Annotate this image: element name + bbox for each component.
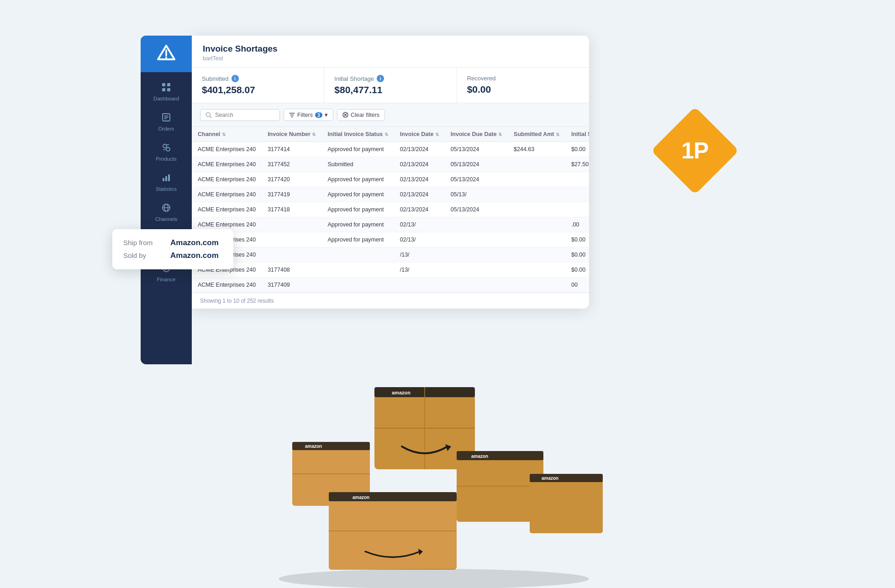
search-box[interactable] <box>200 109 280 121</box>
table-row[interactable]: ACME Enterprises 2403177452Submitted02/1… <box>192 157 589 172</box>
table-cell <box>262 247 321 262</box>
svg-rect-50 <box>329 492 457 501</box>
svg-text:amazon: amazon <box>471 454 488 459</box>
svg-rect-17 <box>168 174 170 181</box>
svg-rect-55 <box>530 474 603 482</box>
svg-point-57 <box>279 569 589 588</box>
sort-submitted-icon[interactable]: ⇅ <box>556 132 559 137</box>
table-row[interactable]: ACME Enterprises 240Approved for payment… <box>192 217 589 232</box>
badge-1p-text: 1P <box>681 139 708 162</box>
sidebar-item-statistics[interactable]: Statistics <box>141 165 192 195</box>
dashboard-label: Dashboard <box>153 96 179 101</box>
sort-invoice-icon[interactable]: ⇅ <box>312 132 316 137</box>
table-cell: 02/13/2024 <box>394 187 445 202</box>
table-cell: ACME Enterprises 240 <box>192 142 262 157</box>
svg-line-28 <box>210 116 212 118</box>
table-body: ACME Enterprises 2403177414Approved for … <box>192 142 589 293</box>
data-table: Channel ⇅ Invoice Number ⇅ Initial Invoi… <box>192 127 589 293</box>
sidebar-logo <box>141 36 192 72</box>
table-cell <box>262 232 321 247</box>
table-row[interactable]: ACME Enterprises 2403177420Approved for … <box>192 172 589 187</box>
svg-text:amazon: amazon <box>392 390 411 395</box>
table-cell <box>565 187 589 202</box>
table-row[interactable]: ACME Enterprises 2403177419Approved for … <box>192 187 589 202</box>
table-cell: 02/13/ <box>394 232 445 247</box>
table-wrapper: Channel ⇅ Invoice Number ⇅ Initial Invoi… <box>192 127 589 293</box>
table-cell: /13/ <box>394 262 445 278</box>
stats-strip: Submitted i $401,258.07 Initial Shortage… <box>192 68 589 103</box>
table-row[interactable]: ACME Enterprises 2403177414Approved for … <box>192 142 589 157</box>
table-cell: $0.00 <box>565 247 589 262</box>
svg-marker-53 <box>418 549 423 555</box>
sidebar-item-products[interactable]: Products <box>141 135 192 165</box>
table-cell <box>394 278 445 293</box>
products-icon <box>160 141 173 154</box>
table-cell: 3177414 <box>262 142 321 157</box>
sort-channel-icon[interactable]: ⇅ <box>222 132 226 137</box>
table-cell <box>508 202 565 217</box>
initial-shortage-info-icon[interactable]: i <box>377 75 384 82</box>
stat-recovered: Recovered $0.00 <box>457 68 589 103</box>
tooltip-sold-by-value: Amazon.com <box>170 251 219 260</box>
table-cell: Approved for payment <box>321 187 394 202</box>
svg-rect-35 <box>374 387 475 469</box>
pagination-text: Showing 1 to 10 of 252 results <box>192 293 589 309</box>
table-cell: 05/13/2024 <box>445 202 508 217</box>
finance-label: Finance <box>157 277 176 282</box>
filter-count-badge: 3 <box>315 112 322 118</box>
search-input[interactable] <box>215 112 274 118</box>
table-cell: $0.00 <box>565 232 589 247</box>
table-row[interactable]: ACME Enterprises 2403177408/13/$0.00 <box>192 262 589 278</box>
filter-button[interactable]: Filters 3 ▾ <box>284 109 333 121</box>
sidebar-item-dashboard[interactable]: Dashboard <box>141 75 192 105</box>
table-row[interactable]: ACME Enterprises 240317740900 <box>192 278 589 293</box>
sort-due-date-icon[interactable]: ⇅ <box>498 132 502 137</box>
tooltip-sold-by-label: Sold by <box>123 252 162 259</box>
table-cell: 3177452 <box>262 157 321 172</box>
col-invoice-number: Invoice Number ⇅ <box>262 127 321 142</box>
table-row[interactable]: ACME Enterprises 240/13/$0.00 <box>192 247 589 262</box>
svg-rect-16 <box>165 176 167 181</box>
table-cell: $0.00 <box>565 262 589 278</box>
table-cell: 02/13/2024 <box>394 202 445 217</box>
table-cell <box>445 232 508 247</box>
filter-icon <box>289 112 295 118</box>
page: Dashboard Orders <box>0 0 895 588</box>
table-row[interactable]: ACME Enterprises 2403177418Approved for … <box>192 202 589 217</box>
sidebar-item-orders[interactable]: Orders <box>141 105 192 135</box>
svg-rect-49 <box>329 492 457 570</box>
table-cell <box>445 217 508 232</box>
table-cell: ACME Enterprises 240 <box>192 278 262 293</box>
table-cell <box>321 278 394 293</box>
tooltip-ship-from-row: Ship from Amazon.com <box>123 238 219 247</box>
table-cell: 3177408 <box>262 262 321 278</box>
sidebar-item-channels[interactable]: Channels <box>141 195 192 226</box>
svg-text:amazon: amazon <box>353 495 369 500</box>
table-header-row: Channel ⇅ Invoice Number ⇅ Initial Invoi… <box>192 127 589 142</box>
table-cell <box>445 278 508 293</box>
svg-rect-41 <box>292 442 370 506</box>
submitted-info-icon[interactable]: i <box>232 75 239 82</box>
table-cell: 05/13/ <box>445 187 508 202</box>
svg-rect-3 <box>162 83 165 86</box>
table-cell <box>508 187 565 202</box>
clear-filters-button[interactable]: Clear filters <box>337 109 385 121</box>
table-cell: 3177418 <box>262 202 321 217</box>
svg-point-2 <box>165 57 167 58</box>
table-cell <box>321 247 394 262</box>
table-row[interactable]: ACME Enterprises 240Approved for payment… <box>192 232 589 247</box>
table-cell: 05/13/2024 <box>445 142 508 157</box>
stat-submitted-value: $401,258.07 <box>202 84 314 95</box>
orders-icon <box>160 111 173 124</box>
sort-status-icon[interactable]: ⇅ <box>384 132 388 137</box>
sort-date-icon[interactable]: ⇅ <box>435 132 439 137</box>
col-invoice-due-date: Invoice Due Date ⇅ <box>445 127 508 142</box>
toolbar: Filters 3 ▾ Clear filters <box>192 103 589 127</box>
stat-recovered-value: $0.00 <box>467 84 579 95</box>
orders-label: Orders <box>158 126 174 131</box>
svg-rect-15 <box>163 178 164 181</box>
statistics-icon <box>160 171 173 184</box>
tooltip-sold-by-row: Sold by Amazon.com <box>123 251 219 260</box>
table-cell <box>321 262 394 278</box>
table-cell <box>508 217 565 232</box>
